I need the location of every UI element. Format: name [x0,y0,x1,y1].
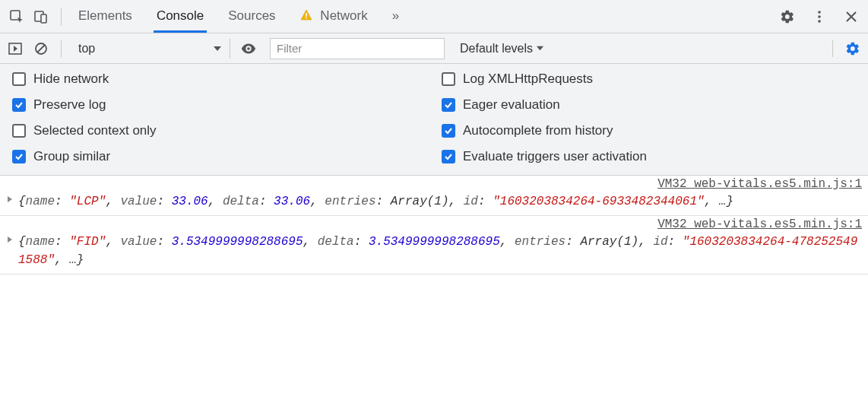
settings-gear-icon[interactable] [775,5,800,29]
svg-point-10 [247,47,250,50]
setting-label: Preserve log [33,97,106,113]
checkbox[interactable] [12,98,26,112]
setting-label: Eager evaluation [463,97,560,113]
tab-network[interactable]: Network [297,1,371,33]
checkbox[interactable] [442,124,455,138]
setting-label: Group similar [33,149,110,164]
close-icon[interactable] [839,5,863,29]
log-levels-select[interactable]: Default levels [460,42,544,56]
tab-more[interactable]: » [389,1,402,33]
svg-rect-3 [306,13,307,17]
log-row: VM32 web-vitals.es5.min.js:1 {name: "FID… [0,216,868,275]
kebab-menu-icon[interactable] [807,5,832,29]
checkbox[interactable] [12,124,26,138]
svg-rect-4 [306,17,307,19]
chevron-down-icon [213,44,222,53]
live-expression-icon[interactable] [238,38,259,59]
log-source-link[interactable]: VM32 web-vitals.es5.min.js:1 [657,217,862,231]
setting-preserve-log[interactable]: Preserve log [12,97,426,113]
inspect-element-icon[interactable] [5,5,29,29]
tab-elements[interactable]: Elements [75,1,135,33]
log-object[interactable]: {name: "LCP", value: 33.06, delta: 33.06… [18,192,733,211]
setting-label: Evaluate triggers user activation [463,149,647,164]
expand-arrow-icon[interactable] [6,236,14,243]
context-label: top [78,42,95,56]
console-toolbar: top Default levels [0,33,868,64]
checkbox[interactable] [442,72,455,86]
setting-label: Selected context only [33,123,157,138]
console-log-area: VM32 web-vitals.es5.min.js:1 {name: "LCP… [0,176,868,275]
svg-point-6 [818,15,821,18]
setting-hide-network[interactable]: Hide network [12,71,426,87]
device-toggle-icon[interactable] [29,5,53,29]
separator [61,8,62,26]
setting-log-xhr[interactable]: Log XMLHttpRequests [442,71,856,87]
setting-eager-eval[interactable]: Eager evaluation [442,97,856,113]
setting-selected-context[interactable]: Selected context only [12,123,426,138]
separator [832,40,833,57]
setting-label: Log XMLHttpRequests [463,71,593,87]
levels-label: Default levels [460,42,533,56]
tab-network-label: Network [320,8,367,23]
devtools-tabbar: Elements Console Sources Network » [0,0,868,33]
svg-point-7 [818,20,821,23]
log-row: VM32 web-vitals.es5.min.js:1 {name: "LCP… [0,176,868,216]
log-source-link[interactable]: VM32 web-vitals.es5.min.js:1 [657,177,862,191]
checkbox[interactable] [12,150,26,163]
setting-label: Hide network [33,71,109,87]
svg-rect-2 [41,14,46,23]
checkbox[interactable] [12,72,26,86]
checkbox[interactable] [442,150,455,163]
setting-autocomplete-history[interactable]: Autocomplete from history [442,123,856,138]
toggle-sidebar-icon[interactable] [5,38,26,59]
filter-input[interactable] [270,38,445,59]
svg-point-5 [818,11,821,14]
setting-eval-user-activation[interactable]: Evaluate triggers user activation [442,149,856,164]
clear-console-icon[interactable] [30,38,52,59]
tab-sources[interactable]: Sources [225,1,278,33]
checkbox[interactable] [442,98,455,112]
warning-icon [300,8,316,23]
context-selector[interactable]: top [71,39,230,59]
console-settings-panel: Hide network Log XMLHttpRequests Preserv… [0,64,868,176]
setting-label: Autocomplete from history [463,123,613,138]
log-object[interactable]: {name: "FID", value: 3.5349999998288695,… [18,233,862,269]
tab-list: Elements Console Sources Network » [75,1,402,33]
setting-group-similar[interactable]: Group similar [12,149,426,164]
expand-arrow-icon[interactable] [6,195,14,203]
console-settings-icon[interactable] [842,38,863,59]
separator [61,40,62,57]
tab-console[interactable]: Console [154,1,207,33]
